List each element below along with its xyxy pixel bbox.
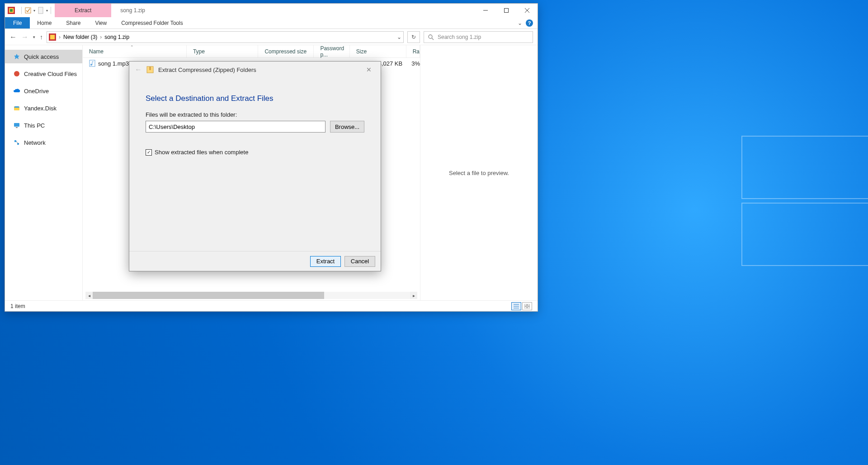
star-icon <box>13 53 20 60</box>
dialog-header: ← Extract Compressed (Zipped) Folders ✕ <box>129 62 381 78</box>
svg-rect-18 <box>14 140 16 142</box>
svg-rect-30 <box>524 307 527 308</box>
column-compressed-size[interactable]: Compressed size <box>258 45 314 57</box>
app-icon <box>8 7 15 14</box>
tab-view[interactable]: View <box>88 17 114 28</box>
breadcrumb-archive[interactable]: song 1.zip <box>104 34 129 40</box>
extract-button[interactable]: Extract <box>310 256 341 267</box>
column-ratio[interactable]: Ra <box>406 45 420 57</box>
sort-indicator-icon: ⌃ <box>130 45 134 49</box>
cc-icon <box>13 70 20 77</box>
nav-item-label: Network <box>24 139 46 146</box>
svg-marker-13 <box>14 54 19 59</box>
show-files-label: Show extracted files when complete <box>155 149 248 156</box>
desktop-decoration <box>741 203 868 266</box>
svg-point-22 <box>90 64 92 66</box>
file-tab[interactable]: File <box>5 17 30 28</box>
breadcrumb-folder[interactable]: New folder (3) <box>63 34 97 40</box>
dialog-heading: Select a Destination and Extract Files <box>146 94 364 103</box>
svg-rect-10 <box>50 35 55 39</box>
ydisk-icon <box>13 104 20 112</box>
svg-rect-17 <box>16 127 18 128</box>
svg-rect-16 <box>14 123 19 127</box>
ribbon-expand-icon[interactable]: ⌄ <box>518 20 522 26</box>
scroll-left-icon[interactable]: ◂ <box>85 292 93 299</box>
dialog-close-button[interactable]: ✕ <box>363 64 375 75</box>
qat-dropdown-icon[interactable]: ▾ <box>33 9 35 13</box>
svg-line-12 <box>432 38 434 40</box>
column-name[interactable]: Name <box>83 45 187 57</box>
nav-network[interactable]: Network <box>5 136 82 149</box>
nav-recent-dropdown[interactable]: ▾ <box>33 35 35 39</box>
dialog-footer: Extract Cancel <box>129 251 381 271</box>
search-icon <box>428 34 434 40</box>
column-type[interactable]: Type <box>187 45 259 57</box>
location-icon <box>49 33 56 41</box>
nav-item-label: Yandex.Disk <box>24 105 57 112</box>
svg-rect-29 <box>528 304 530 306</box>
close-button[interactable] <box>517 4 538 17</box>
item-count: 1 item <box>10 303 25 309</box>
nav-forward-button[interactable]: → <box>21 33 28 41</box>
tab-compressed-tools[interactable]: Compressed Folder Tools <box>114 17 190 28</box>
svg-rect-2 <box>10 9 13 12</box>
chevron-right-icon[interactable]: › <box>99 34 103 40</box>
nav-yandex-disk[interactable]: Yandex.Disk <box>5 101 82 115</box>
ribbon-tabs: File Home Share View Compressed Folder T… <box>5 17 538 29</box>
svg-rect-28 <box>524 304 527 306</box>
file-ratio: 3% <box>408 60 420 67</box>
svg-rect-4 <box>38 7 43 14</box>
qat-properties-icon[interactable] <box>24 7 32 14</box>
nav-back-button[interactable]: ← <box>9 33 17 41</box>
chevron-right-icon[interactable]: › <box>58 34 61 40</box>
horizontal-scrollbar[interactable]: ◂ ▸ <box>85 291 417 299</box>
view-thumbnails-button[interactable] <box>522 302 532 310</box>
folder-label: Files will be extracted to this folder: <box>146 111 364 118</box>
svg-point-11 <box>429 35 432 38</box>
svg-point-14 <box>14 71 19 76</box>
nav-item-label: OneDrive <box>24 88 49 95</box>
view-details-button[interactable] <box>511 302 521 310</box>
scroll-thumb[interactable] <box>93 292 324 299</box>
desktop-decoration <box>741 136 868 199</box>
dialog-title: Extract Compressed (Zipped) Folders <box>158 66 256 73</box>
nav-onedrive[interactable]: OneDrive <box>5 84 82 98</box>
search-placeholder: Search song 1.zip <box>438 34 481 40</box>
show-files-checkbox[interactable]: ✓ <box>146 149 152 156</box>
nav-this-pc[interactable]: This PC <box>5 119 82 132</box>
browse-button[interactable]: Browse... <box>330 121 364 133</box>
title-bar[interactable]: ▾ ▾ Extract song 1.zip <box>5 4 538 17</box>
column-size[interactable]: Size <box>350 45 406 57</box>
refresh-button[interactable]: ↻ <box>407 31 420 43</box>
qat-new-folder-icon[interactable] <box>37 7 44 14</box>
qat-dropdown2-icon[interactable]: ▾ <box>46 9 48 13</box>
nav-creative-cloud[interactable]: Creative Cloud Files <box>5 67 82 81</box>
tab-home[interactable]: Home <box>30 17 59 28</box>
dialog-back-button: ← <box>135 66 142 74</box>
contextual-tab-label: Extract <box>55 4 111 17</box>
preview-pane: Select a file to preview. <box>420 45 538 300</box>
scroll-track[interactable] <box>93 292 410 299</box>
status-bar: 1 item <box>5 300 538 311</box>
destination-path-input[interactable] <box>146 121 326 133</box>
cancel-button[interactable]: Cancel <box>344 256 375 267</box>
column-password[interactable]: Password p... <box>314 45 349 57</box>
tab-share[interactable]: Share <box>59 17 88 28</box>
network-icon <box>13 139 20 146</box>
address-dropdown-icon[interactable]: ⌄ <box>397 34 401 40</box>
column-headers: ⌃ Name Type Compressed size Password p..… <box>83 45 420 58</box>
svg-rect-33 <box>149 66 151 70</box>
search-box[interactable]: Search song 1.zip <box>424 31 533 43</box>
nav-up-button[interactable]: ↑ <box>40 33 43 41</box>
minimize-button[interactable] <box>475 4 496 17</box>
nav-quick-access[interactable]: Quick access <box>5 50 82 63</box>
nav-item-label: This PC <box>24 122 45 129</box>
maximize-button[interactable] <box>496 4 517 17</box>
navigation-row: ← → ▾ ↑ › New folder (3) › song 1.zip ⌄ … <box>5 29 538 45</box>
file-name: song 1.mp3 <box>98 60 129 67</box>
help-icon[interactable]: ? <box>526 19 533 27</box>
extract-dialog: ← Extract Compressed (Zipped) Folders ✕ … <box>129 61 381 271</box>
address-bar[interactable]: › New folder (3) › song 1.zip ⌄ <box>47 31 404 43</box>
svg-rect-6 <box>505 9 509 13</box>
scroll-right-icon[interactable]: ▸ <box>410 292 417 299</box>
